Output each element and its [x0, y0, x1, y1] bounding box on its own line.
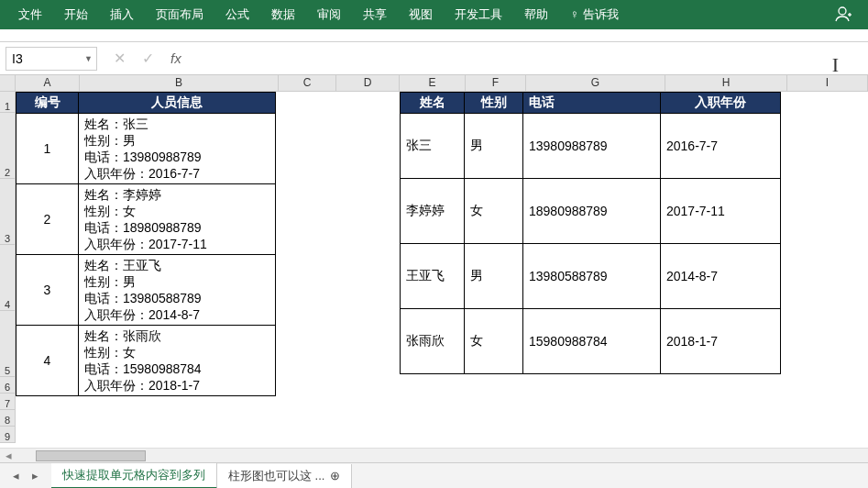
ribbon-tab[interactable]: 开始 — [53, 1, 99, 28]
row-header[interactable]: 4 — [0, 245, 16, 311]
cell[interactable]: 李婷婷 — [401, 179, 465, 244]
row-header[interactable]: 3 — [0, 179, 16, 245]
col-header[interactable]: E — [400, 75, 466, 91]
ribbon-tab[interactable]: 页面布局 — [145, 1, 214, 28]
cell[interactable]: 姓名：李婷婷 性别：女 电话：18980988789 入职年份：2017-7-1… — [79, 184, 276, 255]
col-header[interactable]: G — [526, 75, 665, 91]
chevron-down-icon[interactable]: ▼ — [84, 54, 93, 63]
ribbon-bar: 文件 开始 插入 页面布局 公式 数据 审阅 共享 视图 开发工具 帮助 ♀告诉… — [0, 0, 868, 29]
row-header[interactable]: 1 — [0, 92, 16, 113]
table-row[interactable]: 张三男139809887892016-7-7 — [401, 114, 781, 179]
ribbon-tab[interactable]: 插入 — [99, 1, 145, 28]
cell[interactable]: 男 — [465, 114, 523, 179]
table-header[interactable]: 人员信息 — [79, 93, 276, 114]
cell[interactable]: 2016-7-7 — [661, 114, 781, 179]
col-header[interactable]: A — [16, 75, 80, 91]
name-box[interactable]: I3 ▼ — [5, 47, 97, 71]
table-header[interactable]: 性别 — [465, 93, 523, 114]
cell[interactable]: 姓名：王亚飞 性别：男 电话：13980588789 入职年份：2014-8-7 — [79, 255, 276, 326]
left-data-table[interactable]: 编号 人员信息 1姓名：张三 性别：男 电话：13980988789 入职年份：… — [16, 92, 276, 396]
cell[interactable]: 2018-1-7 — [661, 309, 781, 374]
col-header[interactable]: D — [336, 75, 400, 91]
cell[interactable]: 姓名：张三 性别：男 电话：13980988789 入职年份：2016-7-7 — [79, 114, 276, 184]
table-row[interactable]: 1姓名：张三 性别：男 电话：13980988789 入职年份：2016-7-7 — [16, 114, 276, 184]
fx-icon[interactable]: fx — [170, 50, 181, 66]
account-icon[interactable] — [824, 5, 861, 26]
cell[interactable]: 2017-7-11 — [661, 179, 781, 244]
ribbon-collapse-area — [0, 29, 868, 42]
row-header[interactable]: 8 — [0, 410, 16, 427]
table-row[interactable]: 4姓名：张雨欣 性别：女 电话：15980988784 入职年份：2018-1-… — [16, 326, 276, 396]
cell[interactable]: 18980988789 — [523, 179, 661, 244]
col-header[interactable]: C — [279, 75, 336, 91]
col-header[interactable]: B — [80, 75, 279, 91]
select-all-corner[interactable] — [0, 75, 16, 91]
scrollbar-thumb[interactable] — [36, 450, 146, 461]
text-cursor-icon: I — [832, 53, 839, 77]
ribbon-tab[interactable]: 文件 — [7, 1, 53, 28]
cell[interactable]: 13980588789 — [523, 244, 661, 309]
worksheet-grid[interactable]: A B C D E F G H I 1 2 3 4 5 6 7 8 9 编号 人… — [0, 75, 868, 459]
name-box-value: I3 — [12, 51, 23, 66]
table-row[interactable]: 李婷婷女189809887892017-7-11 — [401, 179, 781, 244]
ribbon-tab[interactable]: 共享 — [352, 1, 398, 28]
sheet-nav-next-icon[interactable]: ▸ — [32, 469, 38, 482]
table-header[interactable]: 入职年份 — [661, 93, 781, 114]
cell[interactable]: 4 — [16, 326, 79, 396]
table-row[interactable]: 张雨欣女159809887842018-1-7 — [401, 309, 781, 374]
cell[interactable]: 3 — [16, 255, 79, 326]
formula-input[interactable] — [191, 47, 863, 71]
row-headers: 1 2 3 4 5 6 7 8 9 — [0, 92, 16, 443]
ribbon-tab[interactable]: 视图 — [398, 1, 444, 28]
ribbon-tab[interactable]: 帮助 — [513, 1, 559, 28]
cell[interactable]: 男 — [465, 244, 523, 309]
cell[interactable]: 2 — [16, 184, 79, 255]
ribbon-tab[interactable]: 开发工具 — [444, 1, 513, 28]
scroll-left-icon[interactable]: ◂ — [0, 449, 17, 462]
cell[interactable]: 13980988789 — [523, 114, 661, 179]
tellme-label: 告诉我 — [583, 7, 619, 21]
sheet-tab-bar: ◂ ▸ 快速提取单元格内容到多列 柱形图也可以这 ...⊕ — [0, 462, 868, 488]
table-header[interactable]: 编号 — [16, 93, 79, 114]
ribbon-tab[interactable]: 数据 — [260, 1, 306, 28]
sheet-nav-prev-icon[interactable]: ◂ — [13, 469, 19, 482]
svg-point-0 — [839, 7, 846, 15]
col-header[interactable]: F — [466, 75, 526, 91]
row-header[interactable]: 5 — [0, 311, 16, 377]
cell[interactable]: 女 — [465, 309, 523, 374]
cell[interactable]: 15980988784 — [523, 309, 661, 374]
cell[interactable]: 2014-8-7 — [661, 244, 781, 309]
table-row[interactable]: 3姓名：王亚飞 性别：男 电话：13980588789 入职年份：2014-8-… — [16, 255, 276, 326]
cell[interactable]: 王亚飞 — [401, 244, 465, 309]
cancel-formula-icon: ✕ — [114, 50, 126, 67]
cell[interactable]: 张三 — [401, 114, 465, 179]
row-header[interactable]: 2 — [0, 113, 16, 179]
enter-formula-icon: ✓ — [142, 50, 154, 67]
column-headers: A B C D E F G H I — [0, 75, 868, 92]
ribbon-tab[interactable]: 公式 — [214, 1, 260, 28]
cell[interactable]: 姓名：张雨欣 性别：女 电话：15980988784 入职年份：2018-1-7 — [79, 326, 276, 396]
table-header[interactable]: 姓名 — [401, 93, 465, 114]
horizontal-scrollbar[interactable]: ◂ — [0, 448, 868, 462]
table-header[interactable]: 电话 — [523, 93, 661, 114]
ribbon-tab[interactable]: 审阅 — [306, 1, 352, 28]
new-sheet-icon[interactable]: ⊕ — [330, 469, 340, 482]
col-header[interactable]: H — [665, 75, 787, 91]
cell[interactable]: 1 — [16, 114, 79, 184]
lightbulb-icon: ♀ — [570, 7, 579, 21]
table-row[interactable]: 王亚飞男139805887892014-8-7 — [401, 244, 781, 309]
cell[interactable]: 女 — [465, 179, 523, 244]
table-row[interactable]: 2姓名：李婷婷 性别：女 电话：18980988789 入职年份：2017-7-… — [16, 184, 276, 255]
row-header[interactable]: 7 — [0, 394, 16, 410]
tellme-button[interactable]: ♀告诉我 — [559, 1, 630, 28]
formula-bar: I3 ▼ ✕ ✓ fx — [0, 42, 868, 75]
sheet-tab[interactable]: 柱形图也可以这 ...⊕ — [217, 464, 352, 488]
right-data-table[interactable]: 姓名 性别 电话 入职年份 张三男139809887892016-7-7 李婷婷… — [400, 92, 781, 374]
row-header[interactable]: 9 — [0, 427, 16, 443]
cell[interactable]: 张雨欣 — [401, 309, 465, 374]
sheet-tab-active[interactable]: 快速提取单元格内容到多列 — [51, 463, 217, 489]
col-header[interactable]: I — [787, 75, 868, 91]
row-header[interactable]: 6 — [0, 377, 16, 394]
sheet-tab-label: 柱形图也可以这 ... — [228, 468, 324, 484]
